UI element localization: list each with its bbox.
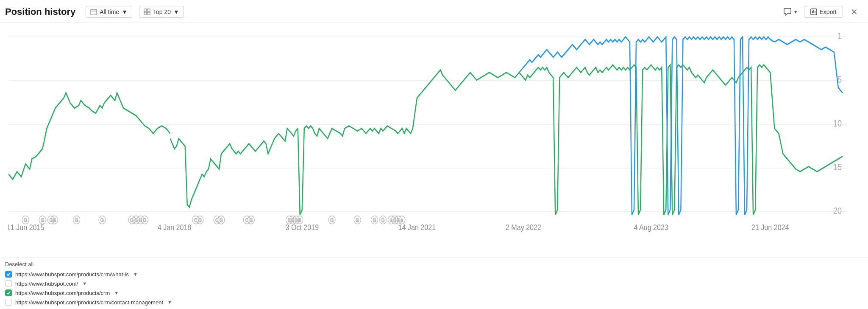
svg-rect-5 bbox=[147, 9, 150, 11]
svg-text:1: 1 bbox=[837, 31, 842, 41]
svg-text:G: G bbox=[249, 217, 253, 223]
legend-url-1: https://www.hubspot.com/ bbox=[15, 281, 78, 287]
svg-text:G: G bbox=[381, 217, 385, 223]
svg-text:a: a bbox=[401, 217, 403, 223]
legend-url-0: https://www.hubspot.com/products/crm/wha… bbox=[15, 271, 129, 278]
chart-area: 1 5 10 15 20 11 Jun 2015 4 Jan 2018 3 Oc… bbox=[0, 22, 868, 257]
calendar-icon bbox=[90, 8, 97, 15]
legend-checkbox-0[interactable] bbox=[5, 271, 12, 278]
svg-text:G: G bbox=[53, 217, 56, 223]
export-icon bbox=[810, 8, 817, 15]
comment-button[interactable]: ▼ bbox=[783, 8, 798, 16]
svg-text:10: 10 bbox=[833, 118, 842, 128]
svg-rect-6 bbox=[144, 12, 147, 15]
legend-url-2: https://www.hubspot.com/products/crm bbox=[15, 290, 110, 296]
svg-text:2 May 2022: 2 May 2022 bbox=[506, 223, 541, 232]
position-chart: 1 5 10 15 20 11 Jun 2015 4 Jan 2018 3 Oc… bbox=[8, 27, 847, 240]
top-filter-label: Top 20 bbox=[153, 8, 171, 15]
comment-icon bbox=[783, 8, 792, 16]
svg-text:G: G bbox=[24, 217, 27, 223]
svg-text:G: G bbox=[220, 217, 223, 223]
comment-chevron: ▼ bbox=[793, 9, 798, 14]
legend-item-2[interactable]: https://www.hubspot.com/products/crm ▼ bbox=[5, 289, 863, 296]
svg-text:G: G bbox=[198, 217, 202, 223]
page-title: Position history bbox=[5, 6, 75, 17]
svg-text:G: G bbox=[330, 217, 334, 223]
svg-text:G: G bbox=[41, 217, 44, 223]
grid-icon bbox=[144, 8, 150, 15]
export-button[interactable]: Export bbox=[804, 6, 843, 18]
legend-item-1[interactable]: https://www.hubspot.com/ ▼ bbox=[5, 280, 863, 287]
legend-checkbox-3[interactable] bbox=[5, 299, 12, 306]
legend-url-3: https://www.hubspot.com/products/crm/con… bbox=[15, 299, 163, 306]
header-right: ▼ Export ✕ bbox=[783, 6, 860, 18]
legend-checkbox-1[interactable] bbox=[5, 280, 12, 287]
legend-items: https://www.hubspot.com/products/crm/wha… bbox=[5, 271, 863, 306]
svg-text:20: 20 bbox=[833, 205, 842, 216]
legend-checkbox-2[interactable] bbox=[5, 289, 12, 296]
legend-arrow-2[interactable]: ▼ bbox=[114, 290, 119, 295]
legend-area: Deselect all https://www.hubspot.com/pro… bbox=[0, 257, 868, 309]
top-filter-button[interactable]: Top 20 ▼ bbox=[139, 6, 184, 18]
checkmark-icon-0 bbox=[6, 272, 11, 277]
time-filter-label: All time bbox=[100, 8, 119, 15]
deselect-all-button[interactable]: Deselect all bbox=[5, 261, 863, 267]
svg-text:G: G bbox=[356, 217, 359, 223]
svg-text:4 Aug 2023: 4 Aug 2023 bbox=[634, 223, 668, 232]
svg-text:14 Jan 2021: 14 Jan 2021 bbox=[398, 223, 436, 232]
svg-text:G: G bbox=[373, 217, 376, 223]
legend-item-3[interactable]: https://www.hubspot.com/products/crm/con… bbox=[5, 299, 863, 306]
svg-rect-4 bbox=[144, 9, 147, 11]
svg-text:15: 15 bbox=[833, 162, 842, 172]
svg-rect-7 bbox=[147, 12, 150, 15]
time-filter-chevron: ▼ bbox=[122, 8, 128, 15]
legend-arrow-0[interactable]: ▼ bbox=[133, 272, 138, 277]
svg-text:G: G bbox=[75, 217, 78, 223]
header: Position history All time ▼ Top 20 ▼ bbox=[0, 0, 868, 22]
main-container: Position history All time ▼ Top 20 ▼ bbox=[0, 0, 868, 309]
svg-text:G: G bbox=[100, 217, 104, 223]
svg-text:4 Jan 2018: 4 Jan 2018 bbox=[158, 223, 192, 232]
legend-arrow-3[interactable]: ▼ bbox=[167, 300, 172, 305]
legend-arrow-1[interactable]: ▼ bbox=[82, 281, 87, 286]
svg-text:3 Oct 2019: 3 Oct 2019 bbox=[286, 223, 319, 232]
svg-text:G: G bbox=[143, 217, 146, 223]
svg-text:21 Jun 2024: 21 Jun 2024 bbox=[751, 223, 789, 232]
top-filter-chevron: ▼ bbox=[173, 8, 179, 15]
svg-text:G: G bbox=[298, 217, 301, 223]
close-button[interactable]: ✕ bbox=[849, 7, 860, 17]
time-filter-button[interactable]: All time ▼ bbox=[86, 6, 132, 18]
checkmark-icon-2 bbox=[6, 290, 11, 295]
svg-rect-0 bbox=[91, 9, 97, 15]
legend-item-0[interactable]: https://www.hubspot.com/products/crm/wha… bbox=[5, 271, 863, 278]
export-label: Export bbox=[820, 8, 837, 15]
